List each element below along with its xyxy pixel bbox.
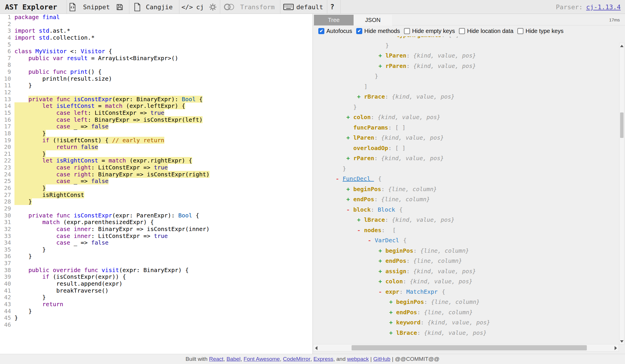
expand-icon[interactable]: + (378, 266, 385, 277)
expand-icon[interactable]: + (357, 215, 364, 225)
footer-link[interactable]: React (209, 356, 223, 362)
option-hide-empty-keys[interactable]: Hide empty keys (404, 28, 455, 34)
expand-icon[interactable]: + (389, 317, 396, 328)
collapse-icon[interactable]: - (346, 205, 353, 215)
expand-icon[interactable]: + (389, 297, 396, 307)
collapsed-summary: {kind, value, pos} (410, 278, 473, 285)
checkbox-checked-icon[interactable]: ✔ (356, 28, 362, 34)
checkbox-unchecked-icon[interactable] (404, 28, 410, 34)
node-type-link[interactable]: FuncDecl (343, 175, 374, 182)
tree-key: beginPos (353, 186, 381, 193)
line-number: 44 (0, 308, 14, 315)
collapse-icon[interactable]: - (378, 287, 385, 297)
tree-value: [ ] (395, 124, 406, 131)
footer-link[interactable]: CodeMirror (283, 356, 310, 362)
option-label: Hide empty keys (412, 28, 455, 34)
scroll-left-arrow-icon[interactable] (315, 346, 317, 350)
footer-text: , (223, 356, 227, 362)
footer-link[interactable]: GitHub (373, 356, 390, 362)
option-hide-methods[interactable]: ✔Hide methods (356, 28, 400, 34)
gear-icon[interactable] (209, 0, 217, 14)
tree-key: endPos (385, 257, 406, 264)
result-tabs: Tree JSON 17ms (313, 14, 625, 25)
expand-icon[interactable]: + (378, 246, 385, 256)
node-type-link[interactable]: MatchExpr (406, 288, 438, 295)
expand-icon[interactable]: + (357, 92, 364, 102)
expand-icon[interactable]: + (378, 61, 385, 71)
expand-icon[interactable]: + (378, 276, 385, 287)
collapse-icon[interactable]: - (357, 225, 364, 236)
expand-icon[interactable]: + (346, 112, 353, 123)
option-autofocus[interactable]: ✔Autofocus (318, 28, 352, 34)
vertical-scrollbar-thumb[interactable] (620, 112, 624, 138)
line-number: 8 (0, 62, 14, 69)
expand-icon[interactable]: + (378, 256, 385, 266)
footer-text: , (280, 356, 283, 362)
footer-text: Built with (185, 356, 209, 362)
code-editor[interactable]: 1package final23import std.ast.*4import … (0, 14, 313, 354)
option-hide-location-data[interactable]: Hide location data (459, 28, 513, 34)
code-line: 12 (0, 89, 312, 96)
footer-link[interactable]: Express (313, 356, 333, 362)
line-number: 42 (0, 294, 14, 301)
option-hide-type-keys[interactable]: Hide type keys (517, 28, 563, 34)
expand-icon[interactable]: + (346, 133, 353, 143)
parser-info: Parser: cj-1.13.4 (556, 0, 621, 14)
line-number: 11 (0, 82, 14, 89)
parser-version-link[interactable]: cj-1.13.4 (586, 3, 621, 11)
tree-row: +lParen: {kind, value, pos} (313, 51, 625, 61)
expand-icon[interactable]: + (346, 194, 353, 205)
tree-row: -VarDecl{ (313, 235, 625, 246)
code-lines: 1package final23import std.ast.*4import … (0, 14, 312, 328)
transform-button[interactable]: Transform (240, 0, 275, 14)
node-type-link[interactable]: Block (378, 206, 395, 213)
vertical-scrollbar[interactable] (619, 43, 624, 345)
tab-json[interactable]: JSON (354, 15, 392, 25)
horizontal-scrollbar[interactable] (313, 344, 619, 352)
line-number: 32 (0, 226, 14, 233)
tree-colon: : (385, 216, 392, 223)
keyboard-icon[interactable] (283, 0, 294, 14)
code-line: 26 } (0, 185, 312, 192)
footer-link[interactable]: Babel (227, 356, 241, 362)
tab-tree[interactable]: Tree (314, 15, 354, 25)
snippet-button[interactable]: Snippet (83, 0, 110, 14)
keymap-button[interactable]: default (296, 0, 323, 14)
horizontal-scrollbar-thumb[interactable] (352, 345, 587, 350)
expand-icon[interactable]: + (346, 153, 353, 164)
help-button[interactable]: ? (330, 0, 334, 14)
tree-row: +beginPos: {line, column} (313, 246, 625, 256)
tree-key: beginPos (385, 247, 413, 254)
expand-icon[interactable]: + (389, 328, 396, 338)
save-icon[interactable] (116, 0, 124, 14)
language-button[interactable]: Cangjie (146, 0, 173, 14)
expand-icon[interactable]: + (346, 184, 353, 195)
collapse-icon[interactable]: - (336, 174, 343, 184)
collapsed-summary: {kind, value, pos} (392, 216, 455, 223)
scroll-down-arrow-icon[interactable] (620, 340, 624, 343)
collapse-icon[interactable]: - (368, 235, 375, 246)
transform-toggle-icon[interactable] (223, 0, 236, 14)
tree-key: overloadOp (353, 145, 388, 151)
checkbox-unchecked-icon[interactable] (517, 28, 523, 34)
snippet-file-code-icon[interactable] (69, 0, 76, 14)
expand-icon[interactable]: + (389, 307, 396, 318)
tree-open-bracket: { (403, 237, 407, 244)
footer-link[interactable]: webpack (347, 356, 369, 362)
scroll-right-arrow-icon[interactable] (615, 346, 617, 350)
expand-icon[interactable]: + (378, 51, 385, 61)
tree-colon: : (406, 52, 413, 59)
code-line: 3import std.ast.* (0, 27, 312, 34)
checkbox-checked-icon[interactable]: ✔ (318, 28, 324, 34)
file-icon[interactable] (134, 0, 141, 14)
tree-colon: : (388, 145, 395, 151)
parser-short-label[interactable]: cj (196, 0, 204, 14)
tree-colon: : (374, 155, 381, 162)
tree-row: } (313, 71, 625, 82)
tree-row: -expr: MatchExpr{ (313, 287, 625, 297)
scroll-up-arrow-icon[interactable] (620, 45, 624, 47)
checkbox-unchecked-icon[interactable] (459, 28, 465, 34)
node-type-link[interactable]: VarDecl (375, 237, 399, 244)
footer-link[interactable]: Font Awesome (244, 356, 280, 362)
code-line: 41 breakTraverse() (0, 287, 312, 294)
